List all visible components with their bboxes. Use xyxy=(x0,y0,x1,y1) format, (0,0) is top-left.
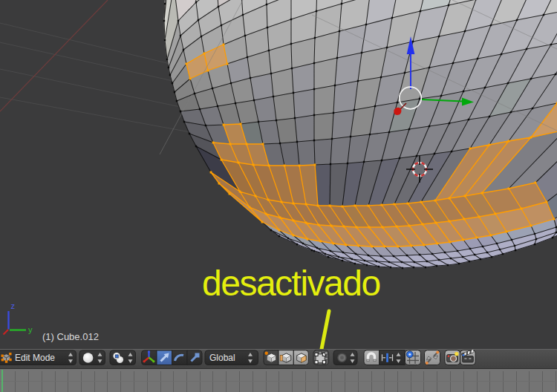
svg-text:Edit Mode: Edit Mode xyxy=(15,353,55,363)
svg-text:z: z xyxy=(11,301,16,310)
svg-text:y: y xyxy=(28,325,33,334)
svg-text:Global: Global xyxy=(209,353,235,363)
svg-text:desactivado: desactivado xyxy=(202,264,380,303)
svg-text:(1) Cube.012: (1) Cube.012 xyxy=(42,331,99,342)
